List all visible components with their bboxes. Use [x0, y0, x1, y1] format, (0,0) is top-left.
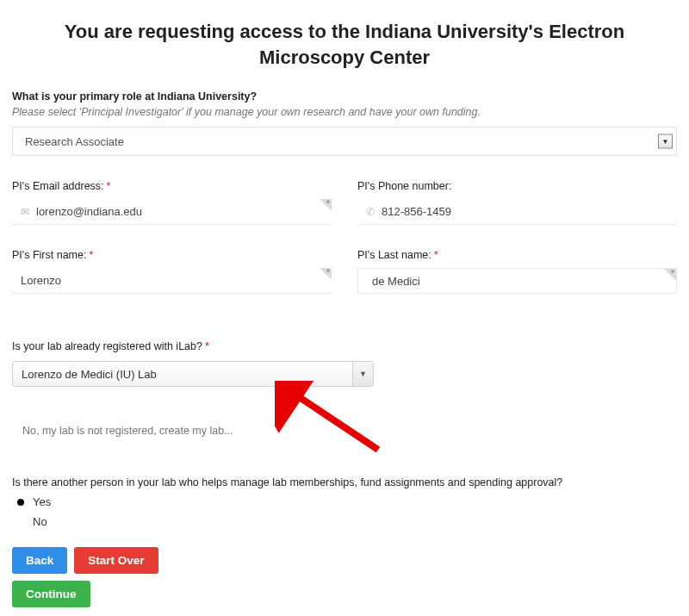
pi-last-field[interactable]: de Medici *: [357, 268, 677, 294]
back-button[interactable]: Back: [12, 547, 67, 574]
mail-icon: ✉: [21, 206, 29, 218]
pi-last-value: de Medici: [372, 275, 420, 288]
role-question: What is your primary role at Indiana Uni…: [12, 90, 677, 103]
lab-select[interactable]: Lorenzo de Medici (IU) Lab ▼: [12, 361, 374, 387]
phone-icon: ✆: [366, 206, 375, 218]
role-hint: Please select 'Principal Investigator' i…: [12, 106, 677, 118]
pi-contact-section: PI's Email address:* ✉ lorenzo@indiana.e…: [12, 180, 677, 225]
button-row-2: Continue: [12, 581, 677, 607]
helper-section: Is there another person in your lab who …: [12, 476, 677, 532]
helper-option-no[interactable]: No: [12, 512, 677, 532]
helper-option-yes[interactable]: Yes: [12, 492, 677, 512]
pi-last-label: PI's Last name:*: [357, 249, 677, 261]
radio-unselected-icon: [17, 519, 24, 526]
pi-email-value: lorenzo@indiana.edu: [36, 205, 142, 218]
pi-phone-field[interactable]: ✆ 812-856-1459: [357, 199, 677, 225]
pi-first-label: PI's First name:*: [12, 249, 332, 261]
button-row-1: Back Start Over: [12, 547, 677, 574]
pi-name-section: PI's First name:* Lorenzo * PI's Last na…: [12, 249, 677, 294]
pi-first-value: Lorenzo: [21, 274, 61, 287]
page-title: You are requesting access to the Indiana…: [29, 19, 660, 70]
continue-button[interactable]: Continue: [12, 581, 90, 607]
pi-email-field[interactable]: ✉ lorenzo@indiana.edu *: [12, 199, 332, 225]
lab-select-value: Lorenzo de Medici (IU) Lab: [22, 368, 157, 381]
lab-question: Is your lab already registered with iLab…: [12, 340, 677, 352]
pi-phone-value: 812-856-1459: [382, 205, 451, 218]
pi-email-label: PI's Email address:*: [12, 180, 332, 192]
pi-first-field[interactable]: Lorenzo *: [12, 268, 332, 294]
chevron-down-icon: ▼: [352, 362, 373, 386]
role-section: What is your primary role at Indiana Uni…: [12, 90, 677, 156]
radio-selected-icon: [17, 499, 24, 506]
chevron-down-icon: ▼: [658, 134, 673, 149]
start-over-button[interactable]: Start Over: [74, 547, 158, 574]
role-select-value: Research Associate: [25, 135, 124, 148]
lab-section: Is your lab already registered with iLab…: [12, 340, 677, 437]
create-lab-link[interactable]: No, my lab is not registered, create my …: [12, 425, 677, 437]
helper-question: Is there another person in your lab who …: [12, 476, 677, 488]
pi-phone-label: PI's Phone number:: [357, 180, 677, 192]
role-select[interactable]: Research Associate ▼: [12, 127, 677, 156]
svg-line-0: [290, 391, 378, 450]
annotation-arrow-icon: [275, 381, 395, 467]
